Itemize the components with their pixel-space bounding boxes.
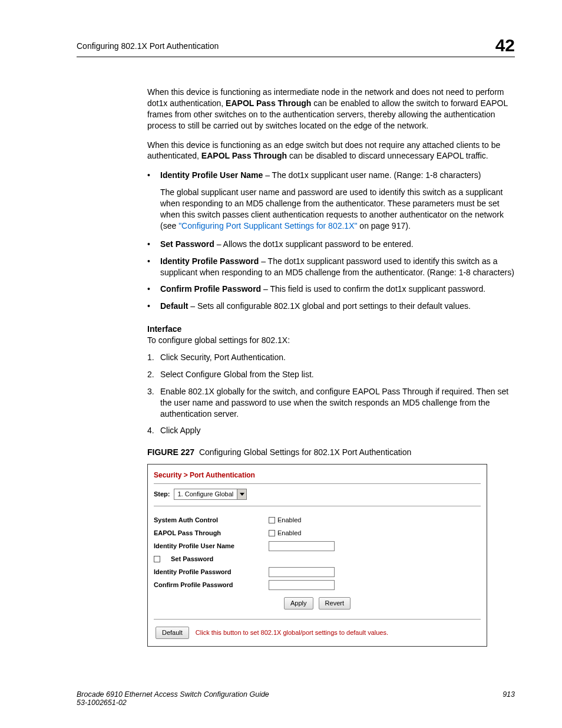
- cross-reference-link[interactable]: "Configuring Port Supplicant Settings fo…: [178, 221, 357, 230]
- term: EAPOL Pass Through: [201, 151, 287, 160]
- step-select[interactable]: 1. Configure Global: [174, 489, 247, 500]
- default-button[interactable]: Default: [156, 627, 189, 639]
- apply-button[interactable]: Apply: [284, 597, 313, 610]
- default-note: Click this button to set 802.1X global/p…: [196, 628, 388, 637]
- fig-breadcrumb: Security > Port Authentication: [148, 465, 487, 482]
- header-title: Configuring 802.1X Port Authentication: [77, 35, 219, 51]
- term: Confirm Profile Password: [160, 284, 261, 294]
- page-number: 913: [503, 690, 515, 707]
- bullet-icon: •: [147, 301, 160, 312]
- paragraph: The global supplicant user name and pass…: [160, 187, 515, 232]
- fig-step-row: Step: 1. Configure Global: [148, 487, 487, 505]
- step-select-value: 1. Configure Global: [174, 489, 237, 499]
- checkbox-label: Enabled: [277, 516, 301, 525]
- figure-screenshot: Security > Port Authentication Step: 1. …: [147, 464, 487, 647]
- step-item: 2. Select Configure Global from the Step…: [147, 369, 515, 380]
- step-number: 4.: [147, 425, 160, 436]
- eapol-checkbox[interactable]: [269, 530, 275, 536]
- step-number: 2.: [147, 369, 160, 380]
- bullet-item: • Identity Profile User Name – The dot1x…: [147, 170, 515, 181]
- identity-password-input[interactable]: [269, 567, 335, 577]
- sysauth-checkbox[interactable]: [269, 517, 275, 523]
- bullet-item: • Default – Sets all configurable 802.1X…: [147, 301, 515, 312]
- field-label: Set Password: [163, 555, 213, 564]
- text: on page 917).: [357, 221, 410, 230]
- page-header: Configuring 802.1X Port Authentication 4…: [77, 35, 515, 57]
- step-item: 1. Click Security, Port Authentication.: [147, 352, 515, 363]
- term: EAPOL Pass Through: [226, 98, 311, 108]
- paragraph: When this device is functioning as inter…: [147, 87, 515, 131]
- text: can be disabled to discard unnecessary E…: [287, 151, 488, 160]
- text: – This field is used to confirm the dot1…: [261, 284, 485, 294]
- term: Set Password: [160, 239, 214, 249]
- field-label: System Auth Control: [154, 516, 269, 525]
- term: Identity Profile Password: [160, 256, 259, 266]
- identity-user-input[interactable]: [269, 541, 335, 551]
- term: Identity Profile User Name: [160, 170, 263, 180]
- chevron-down-icon[interactable]: [237, 489, 246, 499]
- page-footer: Brocade 6910 Ethernet Access Switch Conf…: [77, 690, 515, 707]
- field-label: EAPOL Pass Through: [154, 529, 269, 538]
- text: – Sets all configurable 802.1X global an…: [188, 301, 470, 311]
- field-label: Confirm Profile Password: [154, 581, 269, 589]
- text: – Allows the dot1x supplicant password t…: [214, 239, 414, 249]
- text: – The dot1x supplicant user name. (Range…: [263, 170, 481, 180]
- revert-button[interactable]: Revert: [319, 597, 351, 610]
- figure-label: FIGURE 227: [147, 447, 194, 457]
- text: Click Security, Port Authentication.: [160, 352, 286, 363]
- figure-caption: FIGURE 227 Configuring Global Settings f…: [147, 447, 515, 458]
- divider: [154, 619, 481, 620]
- chapter-number: 42: [495, 35, 515, 55]
- figure-title: Configuring Global Settings for 802.1X P…: [199, 447, 411, 457]
- bullet-item: • Set Password – Allows the dot1x suppli…: [147, 239, 515, 250]
- step-number: 1.: [147, 352, 160, 363]
- fig-form: System Auth Control Enabled EAPOL Pass T…: [148, 510, 487, 618]
- text: Click Apply: [160, 425, 200, 436]
- step-item: 4. Click Apply: [147, 425, 515, 436]
- bullet-icon: •: [147, 239, 160, 250]
- checkbox-label: Enabled: [277, 529, 301, 538]
- set-password-checkbox[interactable]: [154, 556, 160, 562]
- bullet-icon: •: [147, 170, 160, 181]
- bullet-item: • Identity Profile Password – The dot1x …: [147, 256, 515, 278]
- divider: [154, 483, 481, 484]
- paragraph: To configure global settings for 802.1X:: [147, 335, 515, 346]
- text: Select Configure Global from the Step li…: [160, 369, 314, 380]
- bullet-icon: •: [147, 256, 160, 278]
- body-content: When this device is functioning as inter…: [147, 87, 515, 647]
- field-label: Identity Profile User Name: [154, 542, 269, 551]
- step-number: 3.: [147, 386, 160, 420]
- step-label: Step:: [154, 490, 170, 499]
- section-heading: Interface: [147, 324, 515, 335]
- field-label: Identity Profile Password: [154, 568, 269, 577]
- text: Enable 802.1X globally for the switch, a…: [160, 386, 515, 420]
- divider: [154, 506, 481, 506]
- term: Default: [160, 301, 188, 311]
- footer-doc-number: 53-1002651-02: [77, 699, 269, 707]
- paragraph: When this device is functioning as an ed…: [147, 140, 515, 162]
- step-item: 3. Enable 802.1X globally for the switch…: [147, 386, 515, 420]
- bullet-item: • Confirm Profile Password – This field …: [147, 284, 515, 295]
- confirm-password-input[interactable]: [269, 580, 335, 590]
- footer-doc-title: Brocade 6910 Ethernet Access Switch Conf…: [77, 690, 269, 699]
- bullet-icon: •: [147, 284, 160, 295]
